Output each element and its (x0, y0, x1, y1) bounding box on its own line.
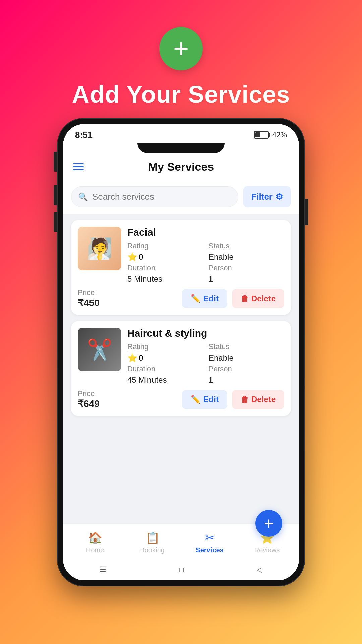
price-label-facial: Price (78, 288, 100, 297)
nav-item-home[interactable]: 🏠 Home (66, 531, 124, 554)
booking-nav-label: Booking (140, 546, 164, 554)
duration-label-haircut: Duration (127, 365, 203, 373)
add-circle-button[interactable]: + (159, 27, 203, 70)
filter-label: Filter (251, 192, 273, 202)
phone-mockup: 8:51 42% My Services (57, 118, 305, 586)
edit-button-facial[interactable]: ✏️ Edit (182, 289, 227, 308)
card-top-facial: 🧖 Facial Rating Status ⭐ 0 (78, 227, 284, 284)
price-label-haircut: Price (78, 389, 100, 398)
rating-value-haircut: ⭐ 0 (127, 353, 203, 363)
price-value-facial: ₹450 (78, 297, 100, 308)
phone-screen: 8:51 42% My Services (63, 124, 299, 580)
person-value-haircut: 1 (208, 375, 284, 385)
filter-icon: ⚙ (275, 192, 283, 202)
battery-fill (255, 132, 260, 137)
rating-value-facial: ⭐ 0 (127, 252, 203, 262)
service-name-facial: Facial (127, 227, 284, 238)
home-nav-icon: 🏠 (88, 531, 102, 544)
service-card-haircut: ✂️ Haircut & styling Rating Status ⭐ 0 (71, 321, 291, 416)
notch (137, 143, 225, 153)
duration-value-haircut: 45 Minutes (127, 375, 203, 385)
phone-outer: 8:51 42% My Services (57, 118, 305, 586)
add-plus-icon: + (173, 35, 189, 62)
services-nav-label: Services (196, 546, 223, 554)
services-list: 🧖 Facial Rating Status ⭐ 0 (63, 214, 299, 523)
card-top-haircut: ✂️ Haircut & styling Rating Status ⭐ 0 (78, 328, 284, 385)
price-section-haircut: Price ₹649 (78, 389, 100, 409)
app-header: My Services (63, 153, 299, 181)
service-name-haircut: Haircut & styling (127, 328, 284, 339)
edit-icon-facial: ✏️ (191, 294, 201, 303)
person-label-facial: Person (208, 264, 284, 272)
service-info-facial: Facial Rating Status ⭐ 0 Enable D (127, 227, 284, 284)
fab-add-button[interactable]: + (255, 510, 282, 537)
services-nav-icon: ✂ (205, 531, 215, 544)
search-icon: 🔍 (78, 192, 88, 202)
card-actions-facial: ✏️ Edit 🗑 Delete (182, 289, 284, 308)
card-bottom-haircut: Price ₹649 ✏️ Edit 🗑 Delete (78, 389, 284, 409)
notch-area (63, 143, 299, 153)
status-time: 8:51 (75, 130, 93, 140)
home-nav-label: Home (86, 546, 104, 554)
service-image-facial: 🧖 (78, 227, 121, 270)
edit-icon-haircut: ✏️ (191, 395, 201, 404)
reviews-nav-label: Reviews (254, 546, 280, 554)
service-info-haircut: Haircut & styling Rating Status ⭐ 0 Enab… (127, 328, 284, 385)
duration-label-facial: Duration (127, 264, 203, 272)
search-section: 🔍 Filter ⚙ (63, 181, 299, 214)
headline: Add Your Services (72, 80, 290, 108)
info-grid-facial: Rating Status ⭐ 0 Enable Duration Person (127, 241, 284, 284)
star-icon-haircut: ⭐ (127, 353, 137, 363)
status-value-haircut: Enable (208, 353, 284, 363)
battery-percent: 42% (272, 130, 287, 139)
battery-icon (254, 131, 269, 139)
search-bar[interactable]: 🔍 (71, 186, 238, 207)
nav-back-icon[interactable]: ◁ (257, 565, 262, 574)
delete-icon-facial: 🗑 (241, 294, 249, 303)
edit-button-haircut[interactable]: ✏️ Edit (182, 390, 227, 409)
status-value-facial: Enable (208, 252, 284, 262)
delete-button-haircut[interactable]: 🗑 Delete (232, 390, 284, 409)
delete-button-facial[interactable]: 🗑 Delete (232, 289, 284, 308)
nav-square-icon[interactable]: □ (179, 565, 184, 574)
status-right: 42% (254, 130, 287, 139)
card-bottom-facial: Price ₹450 ✏️ Edit 🗑 Delete (78, 288, 284, 308)
booking-nav-icon: 📋 (145, 531, 160, 544)
status-bar: 8:51 42% (63, 124, 299, 143)
nav-item-booking[interactable]: 📋 Booking (124, 531, 181, 554)
person-value-facial: 1 (208, 274, 284, 284)
hamburger-menu-icon[interactable] (73, 163, 84, 170)
status-label-haircut: Status (208, 342, 284, 351)
screen-content: 🔍 Filter ⚙ 🧖 (63, 181, 299, 580)
star-icon-facial: ⭐ (127, 252, 137, 262)
price-value-haircut: ₹649 (78, 398, 100, 409)
top-section: + Add Your Services (72, 0, 290, 108)
nav-item-services[interactable]: ✂ Services (181, 531, 238, 554)
status-label-facial: Status (208, 241, 284, 250)
person-label-haircut: Person (208, 365, 284, 373)
filter-button[interactable]: Filter ⚙ (243, 186, 291, 207)
info-grid-haircut: Rating Status ⭐ 0 Enable Duration Person (127, 342, 284, 385)
home-indicator: ☰ □ ◁ (63, 560, 299, 580)
card-actions-haircut: ✏️ Edit 🗑 Delete (182, 390, 284, 409)
rating-label-haircut: Rating (127, 342, 203, 351)
duration-value-facial: 5 Minutes (127, 274, 203, 284)
delete-icon-haircut: 🗑 (241, 395, 249, 404)
rating-label-facial: Rating (127, 241, 203, 250)
app-title: My Services (148, 160, 214, 173)
price-section-facial: Price ₹450 (78, 288, 100, 308)
search-input[interactable] (92, 192, 231, 202)
service-card-facial: 🧖 Facial Rating Status ⭐ 0 (71, 220, 291, 315)
service-image-haircut: ✂️ (78, 328, 121, 371)
nav-menu-icon[interactable]: ☰ (100, 565, 106, 574)
